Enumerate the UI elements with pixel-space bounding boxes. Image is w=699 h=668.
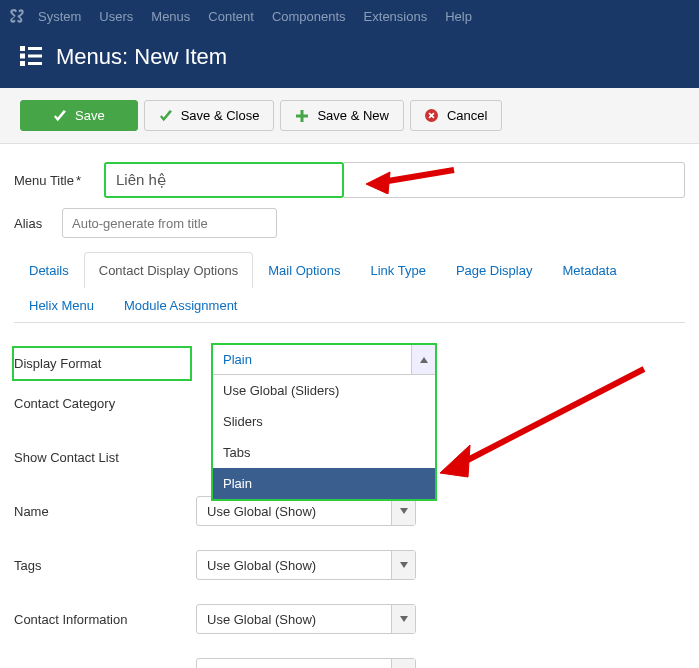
joomla-logo-icon — [8, 7, 26, 25]
contact-info-select[interactable]: Use Global (Show) — [196, 604, 416, 634]
svg-rect-4 — [20, 61, 25, 66]
caret-up-icon — [411, 345, 435, 374]
check-icon — [53, 109, 67, 123]
name-value: Use Global (Show) — [197, 504, 391, 519]
name-label: Name — [14, 504, 196, 519]
list-icon — [20, 46, 42, 69]
cancel-label: Cancel — [447, 108, 487, 123]
nav-users[interactable]: Users — [99, 9, 133, 24]
svg-rect-1 — [28, 47, 42, 50]
alias-input[interactable] — [62, 208, 277, 238]
display-format-label: Display Format — [14, 348, 190, 379]
menu-title-label: Menu Title* — [14, 173, 104, 188]
contact-category-label: Contact Category — [14, 396, 196, 411]
svg-marker-15 — [400, 562, 408, 568]
save-new-label: Save & New — [317, 108, 389, 123]
display-format-select-top[interactable]: Plain — [213, 345, 435, 375]
vcard-select[interactable]: Use Global (Hide) — [196, 658, 416, 668]
option-plain[interactable]: Plain — [213, 468, 435, 499]
form-area: Menu Title* Alias Details Contact Displa… — [0, 144, 699, 668]
nav-extensions[interactable]: Extensions — [364, 9, 428, 24]
tags-select[interactable]: Use Global (Show) — [196, 550, 416, 580]
svg-rect-7 — [296, 114, 308, 117]
tab-details[interactable]: Details — [14, 252, 84, 288]
tags-label: Tags — [14, 558, 196, 573]
tab-metadata[interactable]: Metadata — [547, 252, 631, 288]
option-tabs[interactable]: Tabs — [213, 437, 435, 468]
svg-marker-11 — [420, 357, 428, 363]
svg-rect-5 — [28, 62, 42, 65]
menu-title-input[interactable] — [104, 162, 344, 198]
display-format-select-open[interactable]: Plain Use Global (Sliders) Sliders Tabs … — [211, 343, 437, 501]
alias-label: Alias — [14, 216, 62, 231]
nav-content[interactable]: Content — [208, 9, 254, 24]
nav-system[interactable]: System — [38, 9, 81, 24]
page-title: Menus: New Item — [56, 44, 227, 70]
option-use-global-sliders[interactable]: Use Global (Sliders) — [213, 375, 435, 406]
tab-link-type[interactable]: Link Type — [355, 252, 440, 288]
nav-menus[interactable]: Menus — [151, 9, 190, 24]
tab-module-assignment[interactable]: Module Assignment — [109, 287, 252, 323]
cancel-button[interactable]: Cancel — [410, 100, 502, 131]
cancel-icon — [425, 109, 439, 123]
save-close-button[interactable]: Save & Close — [144, 100, 275, 131]
contact-info-value: Use Global (Show) — [197, 612, 391, 627]
svg-rect-2 — [20, 53, 25, 58]
caret-down-icon — [391, 551, 415, 579]
save-close-label: Save & Close — [181, 108, 260, 123]
page-header: Menus: New Item — [0, 32, 699, 88]
tabs: Details Contact Display Options Mail Opt… — [14, 252, 685, 323]
save-label: Save — [75, 108, 105, 123]
tags-value: Use Global (Show) — [197, 558, 391, 573]
tab-page-display[interactable]: Page Display — [441, 252, 548, 288]
display-format-value: Plain — [213, 352, 411, 367]
tab-contact-display-options[interactable]: Contact Display Options — [84, 252, 253, 288]
save-new-button[interactable]: Save & New — [280, 100, 404, 131]
svg-marker-16 — [400, 616, 408, 622]
tab-helix-menu[interactable]: Helix Menu — [14, 287, 109, 323]
tab-mail-options[interactable]: Mail Options — [253, 252, 355, 288]
plus-icon — [295, 109, 309, 123]
show-contact-list-label: Show Contact List — [14, 450, 196, 465]
svg-marker-14 — [400, 508, 408, 514]
contact-info-label: Contact Information — [14, 612, 196, 627]
top-navbar: System Users Menus Content Components Ex… — [0, 0, 699, 32]
svg-rect-0 — [20, 46, 25, 51]
caret-down-icon — [391, 605, 415, 633]
menu-title-input-ext[interactable] — [344, 162, 685, 198]
nav-components[interactable]: Components — [272, 9, 346, 24]
caret-down-icon — [391, 659, 415, 668]
nav-help[interactable]: Help — [445, 9, 472, 24]
options-panel: Display Format Plain Use Global (Sliders… — [14, 323, 685, 668]
svg-rect-3 — [28, 54, 42, 57]
caret-down-icon — [391, 497, 415, 525]
check-icon — [159, 109, 173, 123]
save-button[interactable]: Save — [20, 100, 138, 131]
toolbar: Save Save & Close Save & New Cancel — [0, 88, 699, 144]
option-sliders[interactable]: Sliders — [213, 406, 435, 437]
